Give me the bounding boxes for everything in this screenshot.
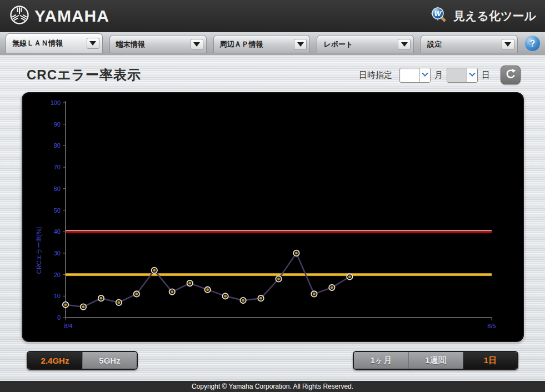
refresh-button[interactable] <box>501 66 521 84</box>
day-select-value <box>447 68 467 82</box>
dropdown-arrow-icon[interactable] <box>294 39 307 50</box>
band-selector: 2.4GHz 5GHz <box>27 351 138 370</box>
crc-error-chart: 01020304050607080901008/48/5CRCエラー率[%] <box>23 93 523 343</box>
period-1month-button[interactable]: 1ヶ月 <box>354 352 408 369</box>
band-2-4ghz-button[interactable]: 2.4GHz <box>28 352 82 369</box>
svg-text:20: 20 <box>53 272 60 278</box>
svg-text:8/5: 8/5 <box>487 323 496 329</box>
month-select-value <box>400 68 419 82</box>
bottom-controls: 2.4GHz 5GHz 1ヶ月 1週間 1日 <box>0 342 545 370</box>
svg-text:0: 0 <box>57 314 60 321</box>
crc-error-chart-panel: 01020304050607080901008/48/5CRCエラー率[%] <box>22 92 524 342</box>
tab-label: 周辺ＡＰ情報 <box>220 39 263 49</box>
dropdown-arrow-icon[interactable] <box>87 38 99 49</box>
yamaha-logo-icon <box>9 4 30 28</box>
svg-text:100: 100 <box>50 99 60 106</box>
svg-text:10: 10 <box>53 293 60 299</box>
app-header: YAMAHA W 見える化ツール <box>0 0 545 32</box>
day-select[interactable] <box>447 68 478 83</box>
svg-text:30: 30 <box>53 250 60 257</box>
tab-label: 設定 <box>427 39 442 49</box>
svg-text:W: W <box>434 9 442 18</box>
svg-text:40: 40 <box>53 228 60 235</box>
yamaha-brand: YAMAHA <box>9 4 109 28</box>
app-title: W 見える化ツール <box>430 6 536 27</box>
chevron-down-icon <box>467 68 477 82</box>
help-button[interactable]: ? <box>524 36 541 52</box>
tab-terminal-info[interactable]: 端末情報 <box>109 35 207 53</box>
month-unit-label: 月 <box>434 70 443 81</box>
title-row: CRCエラー率表示 日時指定 月 日 <box>0 56 545 92</box>
month-select[interactable] <box>399 68 431 83</box>
svg-text:80: 80 <box>53 142 60 149</box>
svg-text:8/4: 8/4 <box>64 323 72 329</box>
dropdown-arrow-icon[interactable] <box>398 39 411 50</box>
tab-nearby-ap-info[interactable]: 周辺ＡＰ情報 <box>213 35 311 53</box>
svg-text:60: 60 <box>53 185 60 192</box>
app-title-text: 見える化ツール <box>453 8 536 24</box>
period-1week-button[interactable]: 1週間 <box>408 352 463 369</box>
refresh-icon <box>505 68 517 82</box>
svg-text:50: 50 <box>53 207 60 214</box>
dropdown-arrow-icon[interactable] <box>191 39 203 50</box>
svg-text:70: 70 <box>53 164 60 170</box>
svg-text:CRCエラー率[%]: CRCエラー率[%] <box>36 227 42 274</box>
svg-text:90: 90 <box>53 121 60 128</box>
brand-text: YAMAHA <box>34 7 109 26</box>
main-nav: 無線ＬＡＮ情報 端末情報 周辺ＡＰ情報 レポート 設定 ? <box>0 32 545 56</box>
tab-wireless-lan-info[interactable]: 無線ＬＡＮ情報 <box>6 33 103 53</box>
band-5ghz-button[interactable]: 5GHz <box>82 352 137 369</box>
tab-report[interactable]: レポート <box>317 35 414 53</box>
tab-label: 端末情報 <box>116 39 145 49</box>
period-1day-button[interactable]: 1日 <box>463 352 517 369</box>
copyright-text: Copyright © Yamaha Corporation. All Righ… <box>192 383 353 390</box>
chevron-down-icon <box>419 68 430 82</box>
dropdown-arrow-icon[interactable] <box>502 39 514 50</box>
period-selector: 1ヶ月 1週間 1日 <box>353 351 518 370</box>
page-title: CRCエラー率表示 <box>27 66 141 84</box>
magnifier-w-icon: W <box>430 6 449 27</box>
tab-settings[interactable]: 設定 <box>421 35 518 53</box>
datetime-picker: 日時指定 月 日 <box>359 66 521 84</box>
tab-label: レポート <box>323 39 353 49</box>
footer: Copyright © Yamaha Corporation. All Righ… <box>0 381 545 392</box>
tab-label: 無線ＬＡＮ情報 <box>12 38 63 48</box>
day-unit-label: 日 <box>482 70 490 81</box>
datetime-label: 日時指定 <box>359 70 392 81</box>
